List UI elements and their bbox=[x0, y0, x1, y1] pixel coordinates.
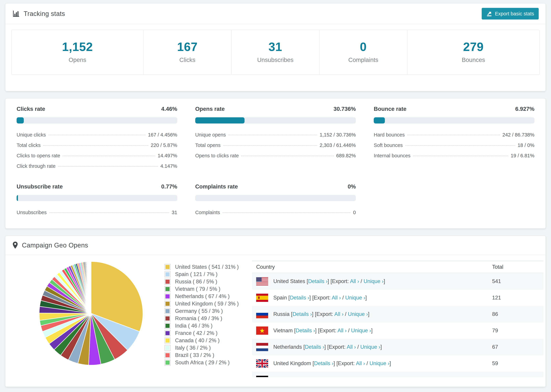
details-link[interactable]: Details › bbox=[290, 295, 309, 301]
rate-detail-label: Soft bounces bbox=[374, 142, 403, 148]
legend-swatch bbox=[164, 337, 171, 343]
legend-item-canada: Canada ( 40 / 2% ) bbox=[164, 337, 239, 343]
export-all-link[interactable]: All › bbox=[350, 278, 359, 284]
campaign-geo-opens-card: Campaign Geo Opens United States ( 541 /… bbox=[5, 236, 546, 387]
export-basic-stats-button[interactable]: Export basic stats bbox=[482, 8, 539, 20]
geo-legend: United States ( 541 / 31% )Spain ( 121 /… bbox=[164, 264, 239, 367]
rates-card: Clicks rate4.46%Unique clicks167 / 4.456… bbox=[5, 98, 546, 229]
dotted-leader bbox=[63, 156, 155, 156]
geo-table-header-row: Country Total bbox=[252, 261, 544, 273]
rate-detail-row: Unique opens1,152 / 30.736% bbox=[195, 130, 356, 140]
dotted-leader bbox=[223, 145, 317, 146]
legend-swatch bbox=[164, 315, 171, 322]
legend-item-south-africa: South Africa ( 29 / 2% ) bbox=[164, 359, 239, 366]
export-all-link[interactable]: All › bbox=[334, 311, 343, 317]
rate-detail-label: Total clicks bbox=[17, 142, 41, 148]
pie-svg bbox=[38, 261, 144, 366]
rate-value: 30.736% bbox=[333, 106, 356, 112]
export-unique-link[interactable]: Unique › bbox=[353, 377, 374, 377]
rate-detail-label: Click through rate bbox=[17, 163, 56, 169]
summary-value: 0 bbox=[321, 40, 405, 54]
details-link[interactable]: Details › bbox=[298, 377, 318, 377]
rate-detail-value: 689.82% bbox=[336, 153, 356, 159]
summary-value: 1,152 bbox=[13, 40, 141, 54]
export-unique-link[interactable]: Unique › bbox=[369, 360, 389, 366]
export-unique-link[interactable]: Unique › bbox=[345, 295, 365, 301]
geo-table-row-russia: Russia [Details ›] [Export: All › / Uniq… bbox=[252, 306, 544, 322]
rate-detail-label: Unsubscribes bbox=[17, 210, 47, 215]
geo-table: Country Total United States [Details ›] … bbox=[252, 261, 544, 377]
rate-detail-row: Soft bounces18 / 0% bbox=[374, 140, 534, 151]
export-unique-link[interactable]: Unique › bbox=[348, 311, 368, 317]
legend-item-united-states: United States ( 541 / 31% ) bbox=[164, 264, 239, 270]
rate-detail-value: 220 / 5.87% bbox=[151, 142, 177, 148]
legend-swatch bbox=[164, 264, 171, 270]
rate-detail-value: 1,152 / 30.736% bbox=[320, 132, 356, 138]
details-link[interactable]: Details › bbox=[292, 311, 312, 317]
details-link[interactable]: Details › bbox=[308, 278, 328, 284]
details-link[interactable]: Details › bbox=[296, 328, 315, 334]
legend-swatch bbox=[164, 359, 171, 366]
rate-detail-row: Unique clicks167 / 4.456% bbox=[17, 130, 177, 140]
export-all-link[interactable]: All › bbox=[338, 328, 346, 334]
export-unique-link[interactable]: Unique › bbox=[351, 328, 371, 334]
rate-detail-row: Complaints0 bbox=[195, 207, 356, 218]
dotted-leader bbox=[49, 212, 169, 213]
rate-detail-value: 18 / 0% bbox=[518, 142, 534, 148]
legend-label: Vietnam ( 79 / 5% ) bbox=[175, 286, 220, 292]
geo-title-text: Campaign Geo Opens bbox=[22, 242, 88, 249]
geo-row-text: Germany [Details ›] [Export: All › / Uni… bbox=[273, 377, 375, 377]
legend-swatch bbox=[164, 330, 171, 336]
rate-progressbar bbox=[195, 117, 356, 124]
rate-detail-value: 0 bbox=[353, 210, 356, 215]
export-unique-link[interactable]: Unique › bbox=[360, 344, 380, 350]
tracking-stats-card: Tracking stats Export basic stats 1,152O… bbox=[5, 3, 546, 91]
geo-row-total: 55 bbox=[492, 372, 544, 377]
legend-label: Germany ( 55 / 3% ) bbox=[175, 308, 223, 314]
export-unique-link[interactable]: Unique › bbox=[363, 278, 383, 284]
export-all-link[interactable]: All › bbox=[332, 295, 341, 301]
tracking-stats-header: Tracking stats Export basic stats bbox=[6, 3, 545, 24]
details-link[interactable]: Details › bbox=[305, 344, 325, 350]
summary-label: Opens bbox=[13, 56, 141, 63]
rate-detail-value: 2,303 / 61.446% bbox=[320, 142, 356, 148]
geo-table-row-spain: Spain [Details ›] [Export: All › / Uniqu… bbox=[252, 290, 544, 306]
gb-flag-icon bbox=[256, 359, 268, 368]
geo-row-text: Russia [Details ›] [Export: All › / Uniq… bbox=[273, 311, 369, 317]
details-link[interactable]: Details › bbox=[314, 360, 333, 366]
geo-table-row-vietnam: Vietnam [Details ›] [Export: All › / Uni… bbox=[252, 322, 544, 339]
legend-swatch bbox=[164, 293, 171, 300]
dotted-leader bbox=[49, 135, 145, 135]
vn-flag-icon bbox=[256, 327, 268, 335]
bar-chart-icon bbox=[12, 10, 20, 17]
legend-swatch bbox=[164, 308, 171, 314]
ru-flag-icon bbox=[256, 310, 268, 318]
geo-table-row-united-states: United States [Details ›] [Export: All ›… bbox=[252, 273, 544, 290]
pie-slice-other[interactable] bbox=[91, 261, 91, 313]
rate-complaints-rate: Complaints rate0%Complaints0 bbox=[195, 183, 356, 218]
summary-value: 279 bbox=[409, 40, 538, 54]
rate-detail-label: Total opens bbox=[195, 142, 221, 148]
rate-detail-row: Total clicks220 / 5.87% bbox=[17, 140, 177, 151]
summary-item-complaints: 0Complaints bbox=[319, 30, 407, 75]
export-all-link[interactable]: All › bbox=[356, 360, 365, 366]
dotted-leader bbox=[241, 156, 334, 156]
geo-row-total: 67 bbox=[492, 339, 544, 355]
rate-detail-label: Hard bounces bbox=[374, 132, 405, 138]
export-button-label: Export basic stats bbox=[495, 11, 534, 17]
export-icon bbox=[486, 11, 492, 17]
rate-detail-row: Hard bounces242 / 86.738% bbox=[374, 130, 534, 140]
legend-item-romania: Romania ( 49 / 3% ) bbox=[164, 315, 239, 322]
rate-detail-row: Clicks to opens rate14.497% bbox=[17, 151, 177, 161]
rate-detail-label: Unique clicks bbox=[17, 132, 46, 138]
geo-row-text: Netherlands [Details ›] [Export: All › /… bbox=[273, 344, 382, 350]
export-all-link[interactable]: All › bbox=[340, 377, 349, 377]
geo-pie-chart[interactable] bbox=[38, 261, 144, 366]
rate-detail-label: Complaints bbox=[195, 210, 220, 215]
export-all-link[interactable]: All › bbox=[347, 344, 356, 350]
legend-swatch bbox=[164, 345, 171, 351]
rates-body: Clicks rate4.46%Unique clicks167 / 4.456… bbox=[6, 98, 545, 228]
summary-label: Clicks bbox=[145, 56, 229, 63]
legend-item-netherlands: Netherlands ( 67 / 4% ) bbox=[164, 293, 239, 300]
legend-item-spain: Spain ( 121 / 7% ) bbox=[164, 271, 239, 277]
